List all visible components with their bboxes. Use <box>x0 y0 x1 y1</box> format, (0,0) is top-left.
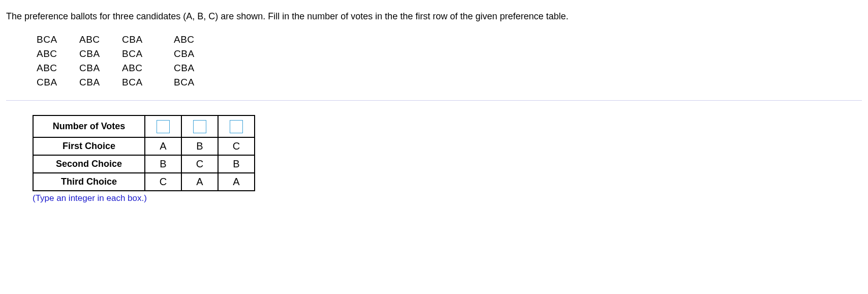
votes-input-2[interactable] <box>230 120 243 133</box>
table-row-votes: Number of Votes <box>33 115 255 137</box>
ballots-grid: BCA ABC CBA ABC ABC CBA BCA CBA ABC CBA … <box>37 34 862 88</box>
table-row-first: First Choice A B C <box>33 137 255 155</box>
ballot-cell: CBA <box>174 48 216 60</box>
ballot-row: ABC CBA ABC CBA <box>37 63 862 74</box>
ballot-cell: CBA <box>122 34 165 45</box>
second-choice-cell: C <box>181 155 218 173</box>
ballot-row: BCA ABC CBA ABC <box>37 34 862 45</box>
ballot-cell: CBA <box>37 77 79 88</box>
third-choice-cell: A <box>181 173 218 191</box>
ballot-cell: BCA <box>122 77 165 88</box>
ballot-cell: BCA <box>122 48 165 60</box>
ballot-cell: CBA <box>79 48 122 60</box>
votes-cell <box>218 115 255 137</box>
ballot-row: ABC CBA BCA CBA <box>37 48 862 60</box>
third-choice-cell: C <box>145 173 181 191</box>
ballot-cell: CBA <box>174 63 216 74</box>
ballot-cell: CBA <box>79 63 122 74</box>
ballot-cell: BCA <box>37 34 79 45</box>
ballot-cell: ABC <box>122 63 165 74</box>
first-choice-label: First Choice <box>33 137 145 155</box>
second-choice-label: Second Choice <box>33 155 145 173</box>
input-hint: (Type an integer in each box.) <box>33 193 862 203</box>
preference-table: Number of Votes First Choice A B C Secon… <box>33 115 255 191</box>
votes-cell <box>145 115 181 137</box>
table-row-second: Second Choice B C B <box>33 155 255 173</box>
table-row-third: Third Choice C A A <box>33 173 255 191</box>
first-choice-cell: C <box>218 137 255 155</box>
ballot-cell: ABC <box>79 34 122 45</box>
third-choice-label: Third Choice <box>33 173 145 191</box>
section-divider <box>6 100 862 101</box>
ballot-row: CBA CBA BCA BCA <box>37 77 862 88</box>
votes-input-0[interactable] <box>157 120 170 133</box>
third-choice-cell: A <box>218 173 255 191</box>
ballot-cell: ABC <box>37 63 79 74</box>
votes-input-1[interactable] <box>193 120 206 133</box>
second-choice-cell: B <box>218 155 255 173</box>
ballot-cell: ABC <box>174 34 216 45</box>
first-choice-cell: A <box>145 137 181 155</box>
ballot-cell: BCA <box>174 77 216 88</box>
first-choice-cell: B <box>181 137 218 155</box>
votes-cell <box>181 115 218 137</box>
second-choice-cell: B <box>145 155 181 173</box>
instruction-text: The preference ballots for three candida… <box>6 10 862 23</box>
ballot-cell: ABC <box>37 48 79 60</box>
ballot-cell: CBA <box>79 77 122 88</box>
votes-row-label: Number of Votes <box>33 115 145 137</box>
